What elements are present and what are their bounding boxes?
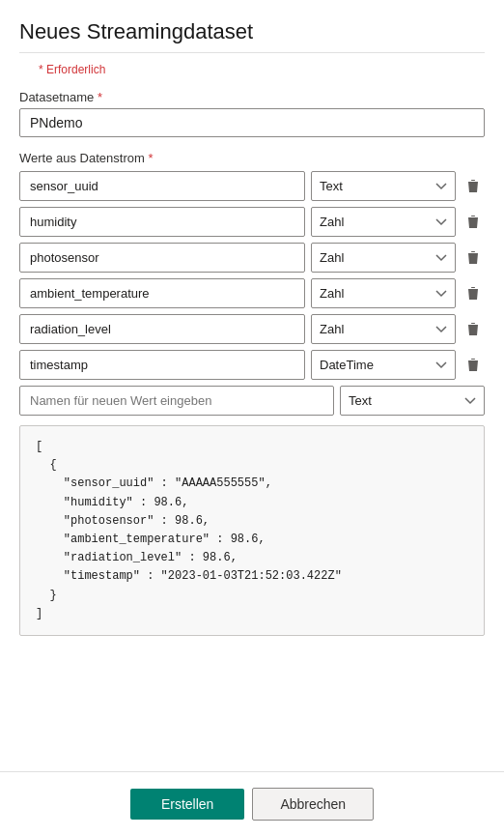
field-type-select-radiation-level[interactable]: Text Zahl DateTime Bool: [311, 314, 456, 344]
field-row-sensor-uuid: Text Zahl DateTime Bool: [19, 171, 485, 201]
field-name-input-ambient-temperature[interactable]: [19, 278, 305, 308]
dataset-name-label: Datasetname *: [19, 90, 485, 104]
field-name-input-timestamp[interactable]: [19, 350, 305, 380]
field-name-input-radiation-level[interactable]: [19, 314, 305, 344]
field-name-input-humidity[interactable]: [19, 207, 305, 237]
delete-button-timestamp[interactable]: [462, 354, 485, 377]
delete-button-photosensor[interactable]: [462, 246, 485, 270]
field-row-ambient-temperature: Text Zahl DateTime Bool: [19, 278, 485, 308]
section-label: Werte aus Datenstrom *: [19, 151, 485, 165]
field-name-input-sensor-uuid[interactable]: [19, 171, 305, 201]
field-type-select-humidity[interactable]: Text Zahl DateTime Bool: [311, 207, 456, 237]
field-name-input-photosensor[interactable]: [19, 243, 305, 273]
field-type-select-photosensor[interactable]: Text Zahl DateTime Bool: [311, 243, 456, 273]
new-value-type-select[interactable]: Text Zahl DateTime Bool: [340, 386, 485, 416]
trash-icon: [465, 179, 481, 194]
field-row-humidity: Text Zahl DateTime Bool: [19, 207, 485, 237]
trash-icon: [465, 250, 481, 266]
page-title: Neues Streamingdataset: [0, 0, 504, 52]
delete-button-humidity[interactable]: [462, 211, 485, 234]
required-note: * Erforderlich: [19, 53, 485, 80]
cancel-button[interactable]: Abbrechen: [252, 788, 374, 821]
field-row-photosensor: Text Zahl DateTime Bool: [19, 243, 485, 273]
trash-icon: [465, 286, 481, 302]
trash-icon: [465, 322, 481, 337]
field-type-select-timestamp[interactable]: Text Zahl DateTime Bool: [311, 350, 456, 380]
delete-button-sensor-uuid[interactable]: [462, 175, 485, 198]
delete-button-radiation-level[interactable]: [462, 318, 485, 341]
delete-button-ambient-temperature[interactable]: [462, 282, 485, 305]
form-body: * Erforderlich Datasetname * Werte aus D…: [0, 53, 504, 771]
field-type-select-ambient-temperature[interactable]: Text Zahl DateTime Bool: [311, 278, 456, 308]
create-button[interactable]: Erstellen: [130, 789, 244, 820]
page-container: Neues Streamingdataset * Erforderlich Da…: [0, 0, 504, 836]
field-row-timestamp: Text Zahl DateTime Bool: [19, 350, 485, 380]
field-type-select-sensor-uuid[interactable]: Text Zahl DateTime Bool: [311, 171, 456, 201]
dataset-name-input[interactable]: [19, 108, 485, 137]
json-preview: [ { "sensor_uuid" : "AAAAA555555", "humi…: [19, 425, 485, 636]
field-row-radiation-level: Text Zahl DateTime Bool: [19, 314, 485, 344]
trash-icon: [465, 215, 481, 230]
footer: Erstellen Abbrechen: [0, 771, 504, 836]
new-value-name-input[interactable]: [19, 386, 334, 416]
new-value-row: Text Zahl DateTime Bool: [19, 386, 485, 416]
trash-icon: [465, 358, 481, 373]
